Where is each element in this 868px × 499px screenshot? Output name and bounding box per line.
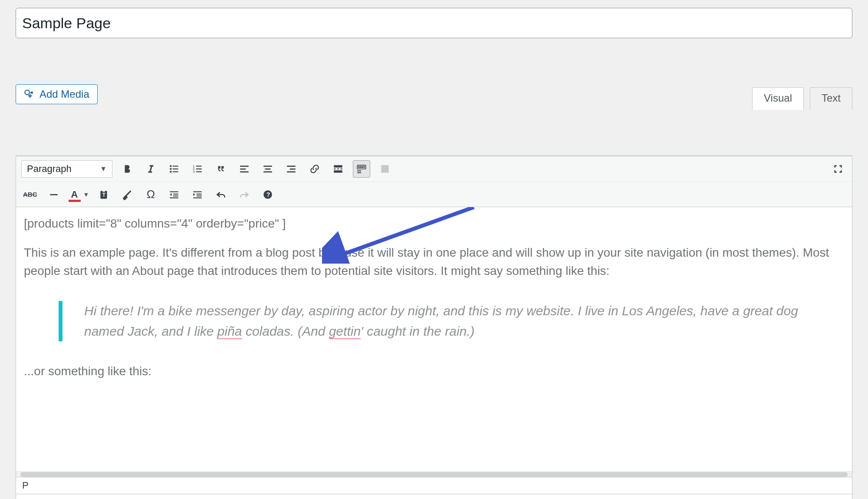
numbered-list-button[interactable]: 123	[189, 160, 206, 178]
svg-rect-42	[173, 195, 178, 196]
caret-down-icon: ▼	[100, 165, 107, 173]
tab-text[interactable]: Text	[810, 87, 852, 110]
clear-formatting-button[interactable]	[118, 186, 136, 203]
svg-rect-47	[194, 197, 202, 198]
svg-rect-15	[240, 171, 249, 172]
align-left-button[interactable]	[236, 160, 253, 178]
bold-button[interactable]	[118, 160, 136, 178]
format-select-label: Paragraph	[27, 163, 72, 175]
horizontal-rule-button[interactable]	[45, 186, 62, 203]
svg-rect-10	[196, 165, 202, 166]
svg-rect-40	[170, 191, 179, 192]
svg-rect-29	[360, 166, 362, 168]
svg-rect-37	[102, 190, 105, 192]
editor-wrap: Paragraph ▼ 123	[16, 155, 852, 499]
blockquote-text: ' caught in the rain.)	[361, 324, 475, 338]
svg-point-2	[170, 168, 171, 170]
svg-rect-44	[194, 191, 202, 192]
text-color-button[interactable]: A ▼	[69, 189, 89, 200]
element-path[interactable]: P	[16, 477, 852, 494]
svg-rect-30	[362, 166, 363, 168]
body-paragraph-1: This is an example page. It's different …	[24, 244, 844, 280]
fullscreen-button[interactable]	[829, 160, 847, 178]
svg-rect-41	[173, 193, 178, 194]
align-center-button[interactable]	[259, 160, 276, 178]
format-select[interactable]: Paragraph ▼	[21, 160, 112, 178]
svg-point-3	[170, 171, 171, 172]
svg-rect-24	[337, 169, 339, 169]
svg-rect-20	[290, 169, 296, 170]
shortcode-text: [products limit="8" columns="4" orderby=…	[24, 217, 844, 231]
svg-rect-31	[364, 166, 365, 168]
svg-text:T: T	[102, 192, 106, 198]
bulleted-list-button[interactable]	[165, 160, 183, 178]
svg-text:?: ?	[266, 191, 270, 198]
svg-rect-33	[357, 172, 361, 173]
svg-point-0	[25, 90, 29, 94]
post-title-input[interactable]	[16, 8, 852, 38]
svg-rect-18	[263, 171, 272, 172]
svg-rect-19	[287, 165, 296, 167]
editor-toolbar: Paragraph ▼ 123	[16, 156, 852, 207]
svg-rect-21	[287, 171, 296, 172]
svg-rect-28	[358, 166, 359, 168]
text-color-icon: A	[69, 189, 81, 200]
svg-rect-35	[50, 194, 57, 195]
tab-visual[interactable]: Visual	[752, 87, 804, 110]
svg-rect-23	[334, 169, 335, 169]
svg-rect-26	[334, 170, 342, 172]
spellcheck-underline: gettin	[329, 324, 361, 339]
svg-rect-6	[173, 171, 178, 172]
media-icon	[24, 89, 35, 100]
svg-rect-4	[173, 165, 178, 166]
indent-button[interactable]	[189, 186, 206, 203]
editor-content-area[interactable]: [products limit="8" columns="4" orderby=…	[16, 207, 852, 471]
outdent-button[interactable]	[165, 186, 183, 203]
svg-rect-12	[196, 171, 202, 172]
body-paragraph-2: ...or something like this:	[24, 362, 844, 380]
svg-rect-13	[240, 165, 249, 167]
svg-rect-32	[357, 170, 361, 171]
svg-rect-46	[197, 195, 202, 196]
help-button[interactable]: ?	[259, 186, 276, 203]
blockquote-button[interactable]	[212, 160, 230, 178]
svg-rect-34	[381, 165, 388, 172]
link-button[interactable]	[306, 160, 323, 178]
svg-rect-25	[340, 169, 342, 169]
add-media-label: Add Media	[39, 88, 89, 100]
add-media-button[interactable]: Add Media	[16, 84, 98, 104]
undo-button[interactable]	[212, 186, 230, 203]
blockquote-text: coladas. (And	[242, 324, 329, 338]
horizontal-scrollbar[interactable]	[16, 471, 852, 477]
toolbar-toggle-button[interactable]	[353, 160, 370, 178]
paste-text-button[interactable]: T	[95, 186, 112, 203]
svg-rect-16	[263, 165, 272, 167]
hidden-toolbar-button[interactable]	[376, 160, 394, 178]
redo-button[interactable]	[236, 186, 253, 203]
svg-rect-45	[197, 193, 202, 194]
align-right-button[interactable]	[283, 160, 300, 178]
special-character-button[interactable]: Ω	[142, 186, 159, 203]
svg-rect-22	[334, 165, 342, 167]
svg-rect-5	[173, 169, 178, 169]
svg-point-1	[170, 165, 171, 167]
strikethrough-button[interactable]: ABC	[21, 186, 39, 203]
spellcheck-underline: piña	[217, 324, 242, 339]
read-more-button[interactable]	[329, 160, 347, 178]
svg-rect-43	[170, 197, 179, 198]
svg-rect-11	[196, 169, 202, 169]
blockquote: Hi there! I'm a bike messenger by day, a…	[59, 301, 844, 341]
svg-rect-17	[265, 169, 271, 170]
caret-down-icon: ▼	[83, 191, 89, 198]
status-bar: Word count: 96 Draft saved at 11:23:34 p…	[16, 494, 852, 499]
editor-top-row: Add Media Visual Text	[16, 84, 852, 109]
italic-button[interactable]	[142, 160, 159, 178]
svg-rect-14	[240, 169, 246, 170]
scrollbar-thumb[interactable]	[20, 472, 848, 477]
svg-text:3: 3	[193, 170, 194, 174]
